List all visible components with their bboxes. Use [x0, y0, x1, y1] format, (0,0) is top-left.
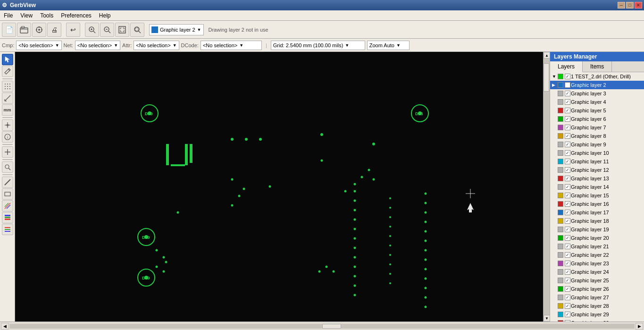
layer-item[interactable]: ✓Graphic layer 10 — [550, 149, 644, 157]
layer-item[interactable]: ✓Graphic layer 17 — [550, 208, 644, 217]
minimize-button[interactable]: ─ — [618, 2, 625, 8]
diag-tool-button[interactable] — [2, 200, 13, 212]
layer-visibility-checkbox[interactable]: ✓ — [565, 193, 570, 198]
zoom-tool-button[interactable] — [2, 161, 13, 173]
layer-visibility-checkbox[interactable]: ✓ — [565, 91, 570, 96]
zoom-dropdown[interactable]: Zoom Auto ▼ — [367, 41, 410, 50]
layer-visibility-checkbox[interactable]: ✓ — [565, 269, 570, 275]
layer-visibility-checkbox[interactable]: ✓ — [565, 320, 570, 322]
layer-visibility-checkbox[interactable]: ✓ — [565, 201, 570, 207]
layer-visibility-checkbox[interactable]: ✓ — [565, 125, 570, 130]
edit-tool-button[interactable] — [2, 66, 13, 77]
layer-item[interactable]: ✓Graphic layer 9 — [550, 140, 644, 149]
select-tool-button[interactable] — [2, 54, 13, 65]
layer-item[interactable]: ✓Graphic layer 12 — [550, 166, 644, 174]
scroll-up-button[interactable]: ▲ — [544, 52, 550, 59]
layer-item[interactable]: ✓Graphic layer 30 — [550, 319, 644, 322]
layer-visibility-checkbox[interactable]: ✓ — [565, 108, 570, 113]
tab-layers[interactable]: Layers — [550, 61, 583, 72]
layer-visibility-checkbox[interactable]: ✓ — [565, 252, 570, 258]
layer-visibility-checkbox[interactable]: ✓ — [565, 210, 570, 215]
layer-visibility-checkbox[interactable]: ✓ — [565, 159, 570, 164]
scroll-right-button[interactable]: ▶ — [636, 323, 643, 330]
mm-tool-button[interactable]: mm — [2, 104, 13, 116]
layer-item[interactable]: ✓Graphic layer 7 — [550, 123, 644, 132]
origin-tool-button[interactable] — [2, 119, 13, 131]
cmp-dropdown[interactable]: <No selection> ▼ — [16, 41, 61, 50]
layer-visibility-checkbox[interactable]: ✓ — [565, 142, 570, 147]
layer-visibility-checkbox[interactable]: ✓ — [565, 261, 570, 266]
layer-visibility-checkbox[interactable]: ✓ — [565, 244, 570, 249]
open-button[interactable] — [17, 23, 31, 37]
horizontal-scrollbar[interactable]: ◀ ▶ — [0, 322, 644, 330]
layer-item[interactable]: ✓Graphic layer 29 — [550, 310, 644, 319]
layer-visibility-checkbox[interactable]: ✓ — [565, 295, 570, 300]
scroll-track-horizontal[interactable] — [9, 324, 635, 329]
layer-item[interactable]: ✓Graphic layer 24 — [550, 268, 644, 276]
layers-tool-button[interactable] — [2, 212, 13, 223]
layer-visibility-checkbox[interactable]: ✓ — [565, 218, 570, 224]
layer-item[interactable]: ✓Graphic layer 14 — [550, 183, 644, 191]
layer-item[interactable]: ✓Graphic layer 3 — [550, 89, 644, 98]
layer-item[interactable]: ✓Graphic layer 18 — [550, 217, 644, 225]
line-tool-button[interactable] — [2, 177, 13, 188]
undo-button[interactable]: ↩ — [66, 23, 80, 37]
zoom-out-button[interactable] — [100, 23, 114, 37]
layer-visibility-checkbox[interactable]: ✓ — [565, 116, 570, 122]
layer-item[interactable]: ✓Graphic layer 6 — [550, 115, 644, 123]
menu-tools[interactable]: Tools — [36, 10, 57, 20]
layer-item[interactable]: ▶✓Graphic layer 2 — [550, 81, 644, 89]
layer-visibility-checkbox[interactable]: ✓ — [565, 227, 570, 232]
layer-visibility-checkbox[interactable]: ✓ — [565, 176, 570, 181]
scroll-down-button[interactable]: ▼ — [544, 315, 550, 322]
layer-visibility-checkbox[interactable]: ✓ — [565, 74, 570, 79]
layer-item[interactable]: ✓Graphic layer 28 — [550, 302, 644, 310]
canvas-area[interactable]: D20 D28 D19 D19 D20 D28 — [15, 52, 550, 322]
zoom-fit-button[interactable] — [115, 23, 129, 37]
grid-tool-button[interactable] — [2, 81, 13, 92]
info-tool-button[interactable]: i — [2, 131, 13, 143]
scroll-thumb-horizontal[interactable] — [322, 324, 341, 329]
layer-visibility-checkbox[interactable]: ✓ — [565, 133, 570, 139]
layer-item[interactable]: ✓Graphic layer 19 — [550, 225, 644, 234]
center-button[interactable] — [32, 23, 46, 37]
menu-preferences[interactable]: Preferences — [57, 10, 95, 20]
layer-item[interactable]: ✓Graphic layer 27 — [550, 293, 644, 302]
layer-visibility-checkbox[interactable]: ✓ — [565, 312, 570, 317]
add-layer-button[interactable] — [2, 146, 13, 158]
layer-item[interactable]: ✓Graphic layer 13 — [550, 174, 644, 183]
measure-tool-button[interactable] — [2, 93, 13, 104]
close-button[interactable]: ✕ — [635, 2, 642, 8]
zoom-in-button[interactable] — [85, 23, 99, 37]
tab-items[interactable]: Items — [583, 61, 612, 72]
layer-item[interactable]: ✓Graphic layer 20 — [550, 234, 644, 242]
layer-item[interactable]: ✓Graphic layer 5 — [550, 106, 644, 115]
layer-item[interactable]: ▼✓1 TEST_2.drl (Other, Drill) — [550, 72, 644, 81]
zoom-area-button[interactable] — [130, 23, 144, 37]
layer-item[interactable]: ✓Graphic layer 23 — [550, 259, 644, 268]
layer-item[interactable]: ✓Graphic layer 8 — [550, 132, 644, 140]
vertical-scrollbar[interactable]: ▲ ▼ — [543, 52, 550, 322]
layer-visibility-checkbox[interactable]: ✓ — [565, 286, 570, 292]
scroll-left-button[interactable]: ◀ — [1, 323, 8, 330]
grid-dropdown[interactable]: Grid: 2.5400 mm (100.00 mils) ▼ — [271, 41, 365, 50]
layer-item[interactable]: ✓Graphic layer 25 — [550, 276, 644, 285]
layer-dropdown[interactable]: Graphic layer 2 ▼ — [149, 24, 204, 35]
layer-visibility-checkbox[interactable]: ✓ — [565, 150, 570, 156]
layer-visibility-checkbox[interactable]: ✓ — [565, 235, 570, 241]
net-dropdown[interactable]: <No selection> ▼ — [75, 41, 120, 50]
layer-item[interactable]: ✓Graphic layer 16 — [550, 200, 644, 208]
layer-item[interactable]: ✓Graphic layer 26 — [550, 285, 644, 293]
layer-visibility-checkbox[interactable]: ✓ — [565, 167, 570, 173]
layer-visibility-checkbox[interactable]: ✓ — [565, 303, 570, 309]
menu-view[interactable]: View — [17, 10, 36, 20]
menu-help[interactable]: Help — [95, 10, 115, 20]
layer-item[interactable]: ✓Graphic layer 22 — [550, 251, 644, 259]
layer-visibility-checkbox[interactable]: ✓ — [565, 82, 570, 88]
layer-visibility-checkbox[interactable]: ✓ — [565, 99, 570, 105]
layer-item[interactable]: ✓Graphic layer 21 — [550, 242, 644, 251]
layer-item[interactable]: ✓Graphic layer 15 — [550, 191, 644, 200]
print-button[interactable]: 🖨 — [47, 23, 61, 37]
attr-dropdown[interactable]: <No selection> ▼ — [134, 41, 179, 50]
restore-button[interactable]: □ — [626, 2, 634, 8]
